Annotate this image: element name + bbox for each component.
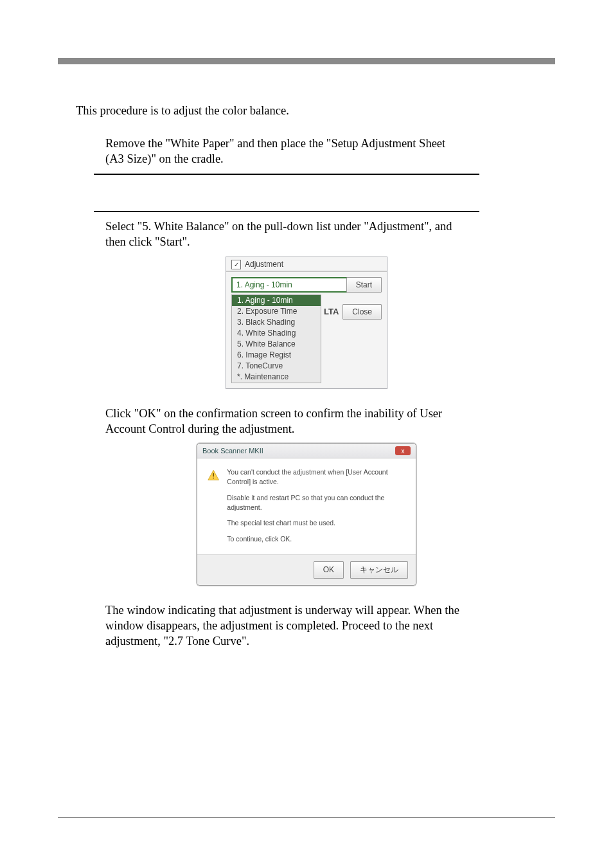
ok-button[interactable]: OK	[314, 561, 344, 579]
cancel-button[interactable]: キャンセル	[350, 561, 408, 579]
divider	[94, 174, 479, 175]
dialog-line: To continue, click OK.	[227, 534, 405, 544]
dropdown-option[interactable]: 1. Aging - 10min	[232, 295, 321, 306]
dropdown-option[interactable]: 2. Exposure Time	[232, 306, 321, 317]
adjustment-dropdown-value: 1. Aging - 10min	[236, 280, 292, 289]
dialog-line: Disable it and restart PC so that you ca…	[227, 493, 405, 512]
svg-rect-2	[213, 478, 214, 479]
close-icon[interactable]: x	[395, 446, 411, 455]
adjustment-dropdown-list: 1. Aging - 10min 2. Exposure Time 3. Bla…	[231, 294, 321, 383]
footer-rule	[58, 817, 555, 818]
dialog-message: You can't conduct the adjustment when [U…	[227, 467, 405, 550]
start-button[interactable]: Start	[346, 277, 382, 293]
intro-text: This procedure is to adjust the color ba…	[76, 104, 555, 118]
adjustment-checkbox[interactable]: ✓	[231, 260, 241, 269]
step-2: Select "5. White Balance" on the pull-do…	[105, 219, 465, 250]
adjustment-panel: ✓ Adjustment 1. Aging - 10min ▾ Start LT…	[226, 257, 387, 389]
warning-icon	[208, 469, 219, 482]
step-1: Remove the "White Paper" and then place …	[105, 136, 465, 167]
confirmation-dialog: Book Scanner MKII x You can't conduct th…	[197, 443, 416, 585]
dropdown-option[interactable]: 6. Image Regist	[232, 350, 321, 361]
dialog-line: The special test chart must be used.	[227, 518, 405, 528]
svg-rect-1	[213, 473, 214, 476]
step-4: The window indicating that adjustment is…	[105, 602, 465, 649]
dropdown-option[interactable]: *. Maintenance	[232, 372, 321, 383]
adjustment-panel-title: Adjustment	[245, 260, 283, 269]
close-button[interactable]: Close	[342, 304, 382, 320]
dropdown-option[interactable]: 3. Black Shading	[232, 317, 321, 328]
divider	[94, 211, 479, 212]
dropdown-option[interactable]: 7. ToneCurve	[232, 361, 321, 372]
dialog-line: You can't conduct the adjustment when [U…	[227, 467, 405, 486]
dialog-title: Book Scanner MKII	[202, 447, 263, 455]
dropdown-option[interactable]: 4. White Shading	[232, 328, 321, 339]
step-3: Click "OK" on the confirmation screen to…	[105, 406, 465, 437]
header-rule	[58, 58, 555, 64]
dropdown-option[interactable]: 5. White Balance	[232, 339, 321, 350]
lta-label: LTA	[324, 307, 339, 316]
